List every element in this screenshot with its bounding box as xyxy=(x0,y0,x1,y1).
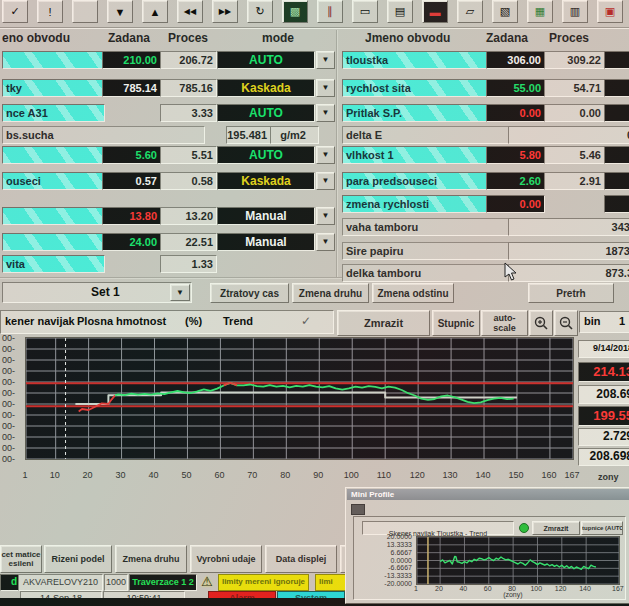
mini-window-titlebar[interactable]: Mini Profile xyxy=(347,489,629,500)
matice-button[interactable]: cet matice esileni xyxy=(0,545,42,573)
setpoint-value[interactable]: 2.60 xyxy=(486,172,545,190)
chevron-down-icon[interactable]: ▼ xyxy=(316,104,335,122)
set-selector[interactable]: Set 1 ▼ xyxy=(2,282,192,303)
ztratovy-cas-button[interactable]: Ztratovy cas xyxy=(210,283,289,303)
pens-icon[interactable]: ∥ xyxy=(317,0,343,23)
mode-select[interactable]: AUTO xyxy=(217,51,315,69)
mode-select[interactable] xyxy=(604,79,629,97)
main-trend-plot[interactable] xyxy=(25,337,574,460)
mode-select[interactable] xyxy=(604,146,629,164)
loop-label: Sire papiru xyxy=(342,242,509,260)
loop-label: ouseci xyxy=(2,172,105,190)
pretrh-button[interactable]: Pretrh xyxy=(528,283,614,303)
stupnic-button[interactable]: Stupnic xyxy=(432,310,480,336)
setpoint-value[interactable]: 785.14 xyxy=(102,79,161,97)
mode-select[interactable]: Manual xyxy=(217,233,315,251)
process-value: 0.00 xyxy=(544,104,605,122)
trend-title-part: (%) xyxy=(185,315,202,327)
setpoint-readout: 208.69 xyxy=(578,385,629,404)
grade-name: AKVARELOVY210 xyxy=(18,574,103,591)
tick-label: 130 xyxy=(443,470,458,480)
chevron-down-icon[interactable]: ▼ xyxy=(316,79,335,97)
chevron-down-icon[interactable]: ▼ xyxy=(316,172,335,190)
vyrobni-udaje-button[interactable]: Vyrobni udaje xyxy=(190,545,262,573)
setpoint-value[interactable]: 0.00 xyxy=(486,104,545,122)
right-header-zadana: Zadana xyxy=(486,31,528,45)
setpoint-value[interactable]: 5.60 xyxy=(102,146,161,164)
mini-zmrazit-button[interactable]: Zmrazit xyxy=(532,521,580,535)
zmena-druhu-bottom-button[interactable]: Zmena druhu xyxy=(115,545,187,573)
zmena-odstinu-button[interactable]: Zmena odstinu xyxy=(372,283,454,303)
zoom-in-button[interactable] xyxy=(529,310,553,336)
mode-select[interactable] xyxy=(604,51,629,69)
refresh-icon[interactable]: ↻ xyxy=(247,0,273,23)
zoom-out-button[interactable] xyxy=(554,310,578,336)
trend-scope-icon[interactable]: ▱ xyxy=(457,0,483,23)
blank-icon[interactable] xyxy=(72,0,98,23)
tick-label: 00- xyxy=(2,366,15,376)
chevron-down-icon[interactable]: ▼ xyxy=(170,284,190,301)
led-display-icon[interactable]: ▬ xyxy=(422,0,448,23)
loop-label: vaha tamboru xyxy=(342,218,509,236)
trend-title-part: kener navijak xyxy=(5,315,75,327)
tick-label: 13.3333 xyxy=(360,541,412,548)
loop-label: vita xyxy=(2,255,105,273)
zmrazit-button[interactable]: Zmrazit xyxy=(337,310,430,336)
machine-b-icon[interactable]: ▥ xyxy=(562,0,588,23)
data-displej-button[interactable]: Data displej xyxy=(265,545,337,573)
mode-select[interactable]: AUTO xyxy=(217,104,315,122)
warning-icon: ⚠ xyxy=(198,573,216,590)
mode-select[interactable]: Manual xyxy=(217,207,315,225)
window-corner-icon[interactable] xyxy=(351,504,365,515)
chevron-down-icon[interactable]: ▼ xyxy=(316,51,335,69)
check-icon[interactable]: ✓ xyxy=(2,0,28,23)
rewind-icon[interactable]: ◀◀ xyxy=(177,0,203,23)
machine-a-icon[interactable]: ▦ xyxy=(527,0,553,23)
archive-box-icon[interactable]: ▧ xyxy=(492,0,518,23)
mini-stupnice-button[interactable]: Stupnice (AUTO) xyxy=(581,521,623,535)
tick-label: 10 xyxy=(50,470,60,480)
measured-value: 0 xyxy=(508,126,629,144)
mode-select[interactable] xyxy=(604,195,629,213)
button-line: cet matice xyxy=(1,550,40,559)
mode-select[interactable]: Kaskada xyxy=(217,172,315,190)
setpoint-value[interactable]: 13.80 xyxy=(102,207,161,225)
bin-field[interactable]: bin 1 xyxy=(579,311,629,333)
printer-icon[interactable]: ▭ xyxy=(352,0,378,23)
process-value: 1.33 xyxy=(160,255,217,273)
exclamation-icon[interactable]: ! xyxy=(37,0,63,23)
loop-label: nce A31 xyxy=(2,104,105,122)
setpoint-value[interactable]: 5.80 xyxy=(486,146,545,164)
setpoint-value[interactable]: 306.00 xyxy=(486,51,545,69)
setpoint-value[interactable]: 0.00 xyxy=(486,195,545,213)
arrow-up-icon[interactable]: ▲ xyxy=(142,0,168,23)
measured-value: 343. xyxy=(508,218,629,236)
tick-label: 40 xyxy=(459,585,467,592)
autoscale-button[interactable]: auto- scale xyxy=(481,310,528,336)
mode-select[interactable] xyxy=(604,104,629,122)
mode-select[interactable] xyxy=(604,172,629,190)
loop-label: bs.sucha xyxy=(2,126,205,144)
machine-c-icon[interactable]: ▣ xyxy=(597,0,623,23)
setpoint-value[interactable]: 24.00 xyxy=(102,233,161,251)
tick-label: 00- xyxy=(2,399,15,409)
mini-trend-plot[interactable] xyxy=(416,536,620,585)
chevron-down-icon[interactable]: ▼ xyxy=(316,207,335,225)
chart-grid-icon[interactable]: ▩ xyxy=(282,0,308,23)
options-list-icon[interactable]: ▤ xyxy=(387,0,413,23)
tick-label: 60 xyxy=(214,470,224,480)
mode-select[interactable]: Kaskada xyxy=(217,79,315,97)
traverzace-status: Traverzace 1 2 xyxy=(129,574,197,591)
fast-forward-icon[interactable]: ▶▶ xyxy=(212,0,238,23)
setpoint-value[interactable]: 0.57 xyxy=(102,172,161,190)
mode-select[interactable]: AUTO xyxy=(217,146,315,164)
chevron-down-icon[interactable]: ▼ xyxy=(316,233,335,251)
tick-label: -6.6667 xyxy=(360,564,412,571)
setpoint-value[interactable]: 55.00 xyxy=(486,79,545,97)
arrow-down-icon[interactable]: ▼ xyxy=(107,0,133,23)
mini-profile-window[interactable]: Mini Profile Skener navijak Tloustka - T… xyxy=(345,487,629,604)
setpoint-value[interactable]: 210.00 xyxy=(102,51,161,69)
chevron-down-icon[interactable]: ▼ xyxy=(316,146,335,164)
rizeni-podel-button[interactable]: Rizeni podel xyxy=(44,545,112,573)
zmena-druhu-button[interactable]: Zmena druhu xyxy=(292,283,369,303)
